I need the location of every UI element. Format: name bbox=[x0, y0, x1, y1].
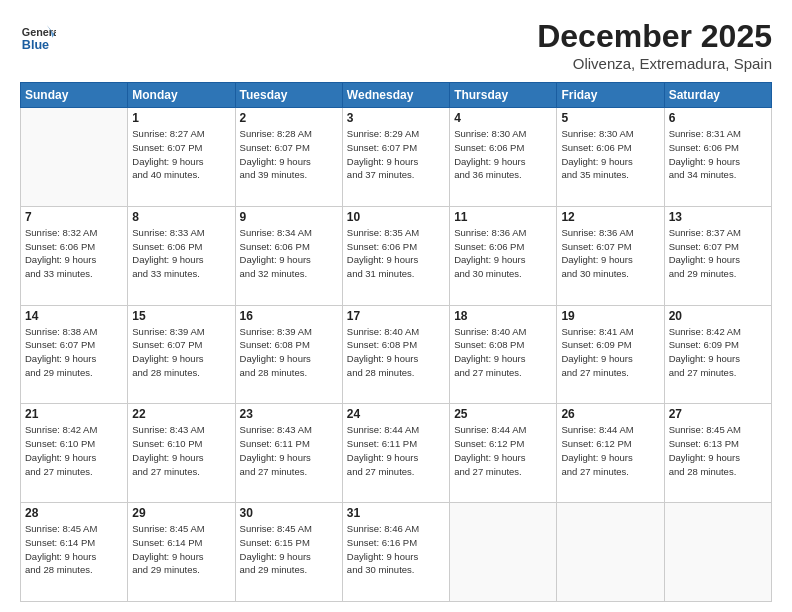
day-number: 20 bbox=[669, 309, 767, 323]
day-info: Sunrise: 8:44 AM Sunset: 6:11 PM Dayligh… bbox=[347, 423, 445, 478]
day-info: Sunrise: 8:44 AM Sunset: 6:12 PM Dayligh… bbox=[454, 423, 552, 478]
day-cell: 9Sunrise: 8:34 AM Sunset: 6:06 PM Daylig… bbox=[235, 206, 342, 305]
day-number: 14 bbox=[25, 309, 123, 323]
day-cell: 22Sunrise: 8:43 AM Sunset: 6:10 PM Dayli… bbox=[128, 404, 235, 503]
day-number: 11 bbox=[454, 210, 552, 224]
week-row-4: 21Sunrise: 8:42 AM Sunset: 6:10 PM Dayli… bbox=[21, 404, 772, 503]
day-info: Sunrise: 8:30 AM Sunset: 6:06 PM Dayligh… bbox=[454, 127, 552, 182]
day-info: Sunrise: 8:39 AM Sunset: 6:08 PM Dayligh… bbox=[240, 325, 338, 380]
weekday-header-row: Sunday Monday Tuesday Wednesday Thursday… bbox=[21, 83, 772, 108]
week-row-2: 7Sunrise: 8:32 AM Sunset: 6:06 PM Daylig… bbox=[21, 206, 772, 305]
day-cell: 19Sunrise: 8:41 AM Sunset: 6:09 PM Dayli… bbox=[557, 305, 664, 404]
day-cell: 21Sunrise: 8:42 AM Sunset: 6:10 PM Dayli… bbox=[21, 404, 128, 503]
day-number: 6 bbox=[669, 111, 767, 125]
week-row-1: 1Sunrise: 8:27 AM Sunset: 6:07 PM Daylig… bbox=[21, 108, 772, 207]
day-cell: 11Sunrise: 8:36 AM Sunset: 6:06 PM Dayli… bbox=[450, 206, 557, 305]
day-number: 28 bbox=[25, 506, 123, 520]
day-cell bbox=[21, 108, 128, 207]
day-cell: 13Sunrise: 8:37 AM Sunset: 6:07 PM Dayli… bbox=[664, 206, 771, 305]
day-info: Sunrise: 8:40 AM Sunset: 6:08 PM Dayligh… bbox=[454, 325, 552, 380]
day-number: 3 bbox=[347, 111, 445, 125]
day-number: 17 bbox=[347, 309, 445, 323]
day-number: 26 bbox=[561, 407, 659, 421]
day-cell: 29Sunrise: 8:45 AM Sunset: 6:14 PM Dayli… bbox=[128, 503, 235, 602]
day-number: 8 bbox=[132, 210, 230, 224]
day-cell: 20Sunrise: 8:42 AM Sunset: 6:09 PM Dayli… bbox=[664, 305, 771, 404]
day-info: Sunrise: 8:39 AM Sunset: 6:07 PM Dayligh… bbox=[132, 325, 230, 380]
day-info: Sunrise: 8:35 AM Sunset: 6:06 PM Dayligh… bbox=[347, 226, 445, 281]
day-number: 9 bbox=[240, 210, 338, 224]
day-number: 21 bbox=[25, 407, 123, 421]
day-number: 23 bbox=[240, 407, 338, 421]
header-sunday: Sunday bbox=[21, 83, 128, 108]
header: General Blue December 2025 Olivenza, Ext… bbox=[20, 18, 772, 72]
header-tuesday: Tuesday bbox=[235, 83, 342, 108]
week-row-3: 14Sunrise: 8:38 AM Sunset: 6:07 PM Dayli… bbox=[21, 305, 772, 404]
day-info: Sunrise: 8:34 AM Sunset: 6:06 PM Dayligh… bbox=[240, 226, 338, 281]
day-info: Sunrise: 8:45 AM Sunset: 6:14 PM Dayligh… bbox=[132, 522, 230, 577]
day-info: Sunrise: 8:43 AM Sunset: 6:10 PM Dayligh… bbox=[132, 423, 230, 478]
header-monday: Monday bbox=[128, 83, 235, 108]
day-cell: 30Sunrise: 8:45 AM Sunset: 6:15 PM Dayli… bbox=[235, 503, 342, 602]
calendar-table: Sunday Monday Tuesday Wednesday Thursday… bbox=[20, 82, 772, 602]
day-cell bbox=[664, 503, 771, 602]
page: General Blue December 2025 Olivenza, Ext… bbox=[0, 0, 792, 612]
day-cell: 4Sunrise: 8:30 AM Sunset: 6:06 PM Daylig… bbox=[450, 108, 557, 207]
day-info: Sunrise: 8:38 AM Sunset: 6:07 PM Dayligh… bbox=[25, 325, 123, 380]
header-thursday: Thursday bbox=[450, 83, 557, 108]
day-info: Sunrise: 8:42 AM Sunset: 6:09 PM Dayligh… bbox=[669, 325, 767, 380]
day-number: 19 bbox=[561, 309, 659, 323]
logo: General Blue bbox=[20, 18, 56, 54]
day-cell: 26Sunrise: 8:44 AM Sunset: 6:12 PM Dayli… bbox=[557, 404, 664, 503]
day-cell: 7Sunrise: 8:32 AM Sunset: 6:06 PM Daylig… bbox=[21, 206, 128, 305]
day-number: 12 bbox=[561, 210, 659, 224]
day-info: Sunrise: 8:41 AM Sunset: 6:09 PM Dayligh… bbox=[561, 325, 659, 380]
day-info: Sunrise: 8:27 AM Sunset: 6:07 PM Dayligh… bbox=[132, 127, 230, 182]
day-cell: 1Sunrise: 8:27 AM Sunset: 6:07 PM Daylig… bbox=[128, 108, 235, 207]
day-cell: 3Sunrise: 8:29 AM Sunset: 6:07 PM Daylig… bbox=[342, 108, 449, 207]
day-info: Sunrise: 8:37 AM Sunset: 6:07 PM Dayligh… bbox=[669, 226, 767, 281]
day-cell: 15Sunrise: 8:39 AM Sunset: 6:07 PM Dayli… bbox=[128, 305, 235, 404]
header-saturday: Saturday bbox=[664, 83, 771, 108]
day-cell: 31Sunrise: 8:46 AM Sunset: 6:16 PM Dayli… bbox=[342, 503, 449, 602]
day-info: Sunrise: 8:44 AM Sunset: 6:12 PM Dayligh… bbox=[561, 423, 659, 478]
day-number: 25 bbox=[454, 407, 552, 421]
day-number: 16 bbox=[240, 309, 338, 323]
day-cell: 8Sunrise: 8:33 AM Sunset: 6:06 PM Daylig… bbox=[128, 206, 235, 305]
day-cell: 5Sunrise: 8:30 AM Sunset: 6:06 PM Daylig… bbox=[557, 108, 664, 207]
day-cell: 2Sunrise: 8:28 AM Sunset: 6:07 PM Daylig… bbox=[235, 108, 342, 207]
day-info: Sunrise: 8:43 AM Sunset: 6:11 PM Dayligh… bbox=[240, 423, 338, 478]
day-cell: 6Sunrise: 8:31 AM Sunset: 6:06 PM Daylig… bbox=[664, 108, 771, 207]
location-title: Olivenza, Extremadura, Spain bbox=[537, 55, 772, 72]
day-cell: 18Sunrise: 8:40 AM Sunset: 6:08 PM Dayli… bbox=[450, 305, 557, 404]
day-number: 5 bbox=[561, 111, 659, 125]
day-info: Sunrise: 8:36 AM Sunset: 6:06 PM Dayligh… bbox=[454, 226, 552, 281]
day-info: Sunrise: 8:45 AM Sunset: 6:13 PM Dayligh… bbox=[669, 423, 767, 478]
day-number: 31 bbox=[347, 506, 445, 520]
day-number: 29 bbox=[132, 506, 230, 520]
header-friday: Friday bbox=[557, 83, 664, 108]
day-info: Sunrise: 8:42 AM Sunset: 6:10 PM Dayligh… bbox=[25, 423, 123, 478]
svg-text:Blue: Blue bbox=[22, 38, 49, 52]
day-info: Sunrise: 8:32 AM Sunset: 6:06 PM Dayligh… bbox=[25, 226, 123, 281]
day-info: Sunrise: 8:31 AM Sunset: 6:06 PM Dayligh… bbox=[669, 127, 767, 182]
day-number: 1 bbox=[132, 111, 230, 125]
day-number: 27 bbox=[669, 407, 767, 421]
day-number: 10 bbox=[347, 210, 445, 224]
day-info: Sunrise: 8:36 AM Sunset: 6:07 PM Dayligh… bbox=[561, 226, 659, 281]
day-info: Sunrise: 8:46 AM Sunset: 6:16 PM Dayligh… bbox=[347, 522, 445, 577]
day-info: Sunrise: 8:29 AM Sunset: 6:07 PM Dayligh… bbox=[347, 127, 445, 182]
day-number: 24 bbox=[347, 407, 445, 421]
day-number: 15 bbox=[132, 309, 230, 323]
month-title: December 2025 bbox=[537, 18, 772, 55]
day-cell: 14Sunrise: 8:38 AM Sunset: 6:07 PM Dayli… bbox=[21, 305, 128, 404]
day-number: 4 bbox=[454, 111, 552, 125]
day-info: Sunrise: 8:33 AM Sunset: 6:06 PM Dayligh… bbox=[132, 226, 230, 281]
day-cell: 23Sunrise: 8:43 AM Sunset: 6:11 PM Dayli… bbox=[235, 404, 342, 503]
day-info: Sunrise: 8:40 AM Sunset: 6:08 PM Dayligh… bbox=[347, 325, 445, 380]
day-info: Sunrise: 8:45 AM Sunset: 6:14 PM Dayligh… bbox=[25, 522, 123, 577]
title-block: December 2025 Olivenza, Extremadura, Spa… bbox=[537, 18, 772, 72]
week-row-5: 28Sunrise: 8:45 AM Sunset: 6:14 PM Dayli… bbox=[21, 503, 772, 602]
day-cell: 27Sunrise: 8:45 AM Sunset: 6:13 PM Dayli… bbox=[664, 404, 771, 503]
day-info: Sunrise: 8:45 AM Sunset: 6:15 PM Dayligh… bbox=[240, 522, 338, 577]
